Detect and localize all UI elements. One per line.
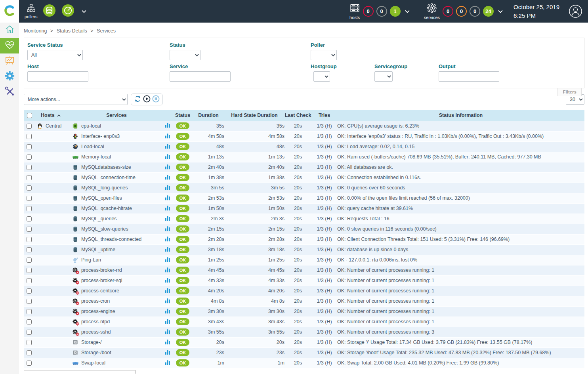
row-checkbox[interactable]: [27, 216, 32, 221]
output-filter-input[interactable]: [439, 71, 499, 82]
graph-icon[interactable]: [165, 248, 170, 253]
host-count-badge[interactable]: 0: [363, 6, 374, 17]
service-count-badge[interactable]: 0: [456, 6, 467, 17]
graph-icon[interactable]: [165, 340, 170, 346]
service-name[interactable]: MySQL_qcache-hitrate: [81, 206, 132, 211]
graph-icon[interactable]: [165, 258, 170, 263]
poller-select[interactable]: [311, 50, 337, 60]
row-checkbox[interactable]: [27, 361, 32, 366]
service-name[interactable]: MySQL_queries: [81, 216, 117, 221]
row-checkbox[interactable]: [27, 175, 32, 180]
graph-icon[interactable]: [165, 145, 170, 150]
service-status-select[interactable]: All: [27, 50, 83, 60]
refresh-button[interactable]: [134, 95, 141, 104]
row-checkbox[interactable]: [27, 144, 32, 149]
graph-icon[interactable]: [165, 134, 170, 140]
graph-icon[interactable]: [165, 299, 170, 305]
row-checkbox[interactable]: [27, 258, 32, 263]
graph-icon[interactable]: [165, 176, 170, 181]
servicegroup-select[interactable]: [374, 71, 393, 82]
graph-icon[interactable]: [165, 227, 170, 233]
service-count-badge[interactable]: 0: [443, 6, 453, 17]
bottom-more-actions-select[interactable]: [24, 370, 136, 374]
graph-icon[interactable]: [165, 309, 170, 315]
pollers-menu[interactable]: pollers: [25, 4, 37, 19]
service-name[interactable]: process-cron: [81, 298, 110, 304]
sidebar-item-reporting[interactable]: [0, 53, 19, 69]
poller-chevron-down-icon[interactable]: [82, 10, 86, 13]
service-name[interactable]: Storage-/boot: [81, 350, 111, 355]
select-all-checkbox[interactable]: [27, 113, 32, 118]
graph-icon[interactable]: [165, 351, 170, 356]
host-count-badge[interactable]: 0: [376, 6, 387, 17]
graph-icon[interactable]: [165, 206, 170, 212]
breadcrumb-monitoring[interactable]: Monitoring: [24, 28, 47, 34]
graph-icon[interactable]: [165, 330, 170, 336]
graph-icon[interactable]: [165, 268, 170, 274]
database-status-icon[interactable]: [43, 4, 56, 19]
sidebar-item-configuration[interactable]: [0, 69, 19, 84]
graph-icon[interactable]: [165, 320, 170, 325]
row-checkbox[interactable]: [27, 196, 32, 201]
graph-icon[interactable]: [165, 289, 170, 294]
row-checkbox[interactable]: [27, 155, 32, 160]
hosts-menu[interactable]: hosts: [349, 3, 360, 20]
row-checkbox[interactable]: [27, 299, 32, 304]
row-checkbox[interactable]: [27, 165, 32, 170]
centreon-logo[interactable]: [0, 0, 19, 23]
hosts-chevron-down-icon[interactable]: [405, 10, 410, 13]
user-avatar[interactable]: [569, 4, 582, 18]
service-name[interactable]: MySQL_long-queries: [81, 185, 128, 191]
service-name[interactable]: Storage-/: [81, 340, 101, 345]
graph-icon[interactable]: [165, 237, 170, 243]
graph-icon[interactable]: [165, 361, 170, 366]
graph-icon[interactable]: [165, 279, 170, 284]
service-name[interactable]: Swap-local: [81, 360, 105, 366]
services-menu[interactable]: services: [424, 3, 440, 20]
service-name[interactable]: Memory-local: [81, 154, 111, 160]
column-header-status-information[interactable]: Status information: [337, 110, 584, 121]
row-checkbox[interactable]: [27, 309, 32, 314]
service-name[interactable]: MySQL_slow-queries: [81, 226, 128, 232]
service-name[interactable]: process-ntpd: [81, 319, 110, 324]
row-checkbox[interactable]: [27, 330, 32, 335]
service-name[interactable]: process-broker-sql: [81, 278, 122, 283]
sidebar-item-monitoring[interactable]: [0, 38, 19, 53]
graph-icon[interactable]: [165, 124, 170, 129]
row-checkbox[interactable]: [27, 237, 32, 242]
service-name[interactable]: Load-local: [81, 144, 104, 149]
graph-icon[interactable]: [165, 165, 170, 171]
pause-button[interactable]: [152, 95, 160, 104]
row-checkbox[interactable]: [27, 134, 32, 139]
gauge-status-icon[interactable]: [61, 4, 74, 19]
host-filter-input[interactable]: [27, 71, 88, 82]
column-header-duration[interactable]: Duration: [193, 110, 224, 121]
services-chevron-down-icon[interactable]: [498, 10, 503, 13]
hostgroup-select[interactable]: [313, 71, 330, 82]
column-header-services[interactable]: Services: [71, 110, 162, 121]
column-header-hard-state-duration[interactable]: Hard State Duration: [224, 110, 284, 121]
service-name[interactable]: process-engine: [81, 309, 115, 314]
service-name[interactable]: MySQL_threads-connected: [81, 237, 141, 242]
host-name[interactable]: Central: [46, 123, 61, 129]
status-select[interactable]: [170, 50, 200, 60]
row-checkbox[interactable]: [27, 288, 32, 294]
row-checkbox[interactable]: [27, 340, 32, 345]
service-name[interactable]: process-sshd: [81, 329, 111, 335]
row-checkbox[interactable]: [27, 247, 32, 252]
row-checkbox[interactable]: [27, 227, 32, 232]
graph-icon[interactable]: [165, 217, 170, 222]
service-name[interactable]: process-centcore: [81, 288, 119, 294]
sidebar-item-home[interactable]: [0, 23, 19, 38]
service-name[interactable]: Interface- enp0s3: [81, 134, 120, 139]
row-checkbox[interactable]: [27, 278, 32, 283]
play-button[interactable]: [143, 95, 151, 104]
more-actions-select[interactable]: More actions...: [24, 94, 128, 105]
sidebar-item-administration[interactable]: [0, 84, 19, 100]
service-count-badge[interactable]: 0: [470, 6, 480, 17]
column-header-tries[interactable]: Tries: [311, 110, 337, 121]
graph-icon[interactable]: [165, 186, 170, 191]
service-name[interactable]: MySQLdatabases-size: [81, 164, 131, 170]
service-name[interactable]: MySQL_open-files: [81, 195, 122, 201]
row-checkbox[interactable]: [27, 185, 32, 191]
